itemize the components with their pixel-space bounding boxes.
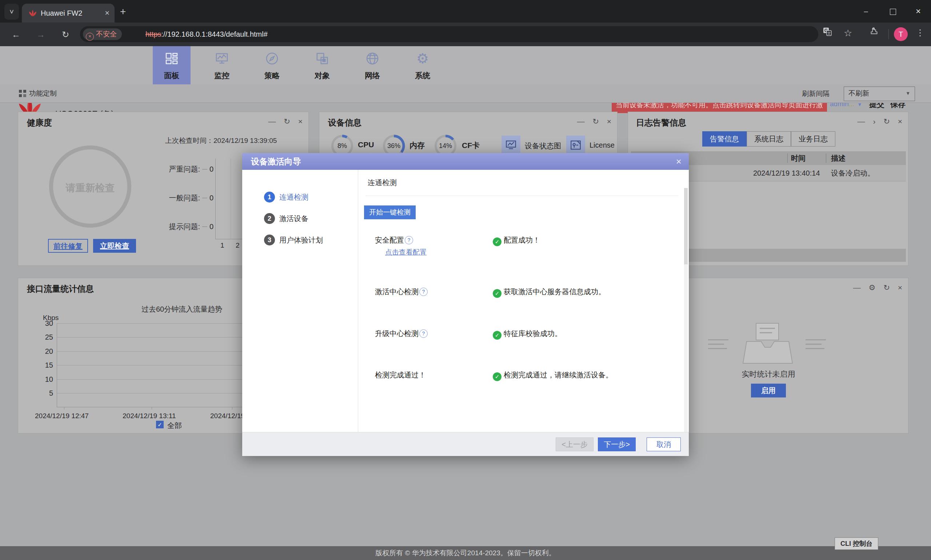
object-icon	[315, 51, 329, 66]
window-maximize-button[interactable]	[882, 0, 904, 23]
back-icon[interactable]: ←	[9, 28, 23, 42]
expand-icon[interactable]: ›	[873, 117, 876, 125]
minimize-icon[interactable]: —	[577, 117, 585, 125]
translate-icon[interactable]: G 文	[823, 27, 832, 36]
refresh-interval-select[interactable]: 不刷新▼	[844, 86, 915, 101]
tab-search-button[interactable]: ˅	[5, 4, 19, 20]
refresh-icon[interactable]: ↻	[592, 117, 599, 125]
start-detection-button[interactable]: 开始一键检测	[364, 205, 415, 219]
problem-row-general: 一般问题:0	[138, 193, 225, 203]
forward-icon[interactable]: →	[34, 28, 48, 42]
go-fix-button[interactable]: 前往修复	[48, 239, 88, 253]
chart-title: 过去60分钟流入流量趋势	[105, 305, 258, 314]
last-check-time: 上次检查时间：2024/12/19 13:39:05	[165, 136, 277, 145]
scrollbar-track[interactable]	[684, 188, 688, 432]
insecure-icon: ×	[86, 33, 94, 41]
tab-alarm-info[interactable]: 告警信息	[702, 131, 746, 146]
copyright-bar: 版权所有 © 华为技术有限公司2014-2023。保留一切权利。	[0, 546, 931, 560]
customize-widgets-button[interactable]: 功能定制	[19, 89, 57, 98]
device-status-icon[interactable]	[502, 135, 520, 155]
check-upgrade-center: 升级中心检测?	[375, 329, 428, 338]
gear-icon[interactable]: ⚙	[869, 283, 876, 292]
panel-title: 日志告警信息	[636, 117, 686, 128]
close-icon[interactable]: ×	[898, 283, 902, 292]
previous-step-button[interactable]: <上一步	[556, 437, 594, 451]
refresh-interval-label: 刷新间隔	[802, 89, 829, 98]
app-header: HUAWEI USG6303E (备) 面板 监控 策略	[0, 46, 931, 85]
window-close-button[interactable]: ×	[907, 0, 929, 23]
svg-text:文: 文	[827, 31, 831, 35]
license-icon[interactable]	[566, 135, 585, 155]
status-activation-center: ✓获取激活中心服务器信息成功。	[493, 287, 606, 298]
view-config-link[interactable]: 点击查看配置	[385, 248, 426, 257]
refresh-icon[interactable]: ↻	[883, 283, 890, 292]
huawei-favicon	[28, 9, 37, 17]
wizard-steps: 1连通检测 2激活设备 3用户体验计划	[242, 170, 358, 432]
tab-close-icon[interactable]: ×	[105, 8, 109, 18]
close-icon[interactable]: ×	[898, 117, 902, 125]
log-time: 2024/12/19 13:40:14	[753, 165, 820, 181]
panel-title: 健康度	[27, 117, 52, 128]
step-connectivity: 1连通检测	[264, 192, 308, 203]
step-user-experience: 3用户体验计划	[264, 235, 323, 246]
status-security-config: ✓配置成功！	[493, 235, 540, 246]
browser-menu-icon[interactable]: ⋮	[916, 28, 925, 38]
dialog-title: 设备激活向导	[251, 153, 301, 170]
check-activation-center: 激活中心检测?	[375, 287, 428, 297]
help-icon[interactable]: ?	[405, 236, 413, 245]
success-check-icon: ✓	[493, 237, 502, 246]
nav-tab-dashboard[interactable]: 面板	[153, 46, 191, 85]
profile-avatar[interactable]: T	[894, 27, 908, 41]
panel-title: 设备信息	[328, 117, 362, 128]
minimize-icon[interactable]: —	[853, 283, 861, 292]
reload-icon[interactable]: ↻	[58, 28, 73, 42]
problem-row-critical: 严重问题:0	[138, 165, 225, 174]
bookmark-star-icon[interactable]: ☆	[844, 28, 852, 39]
cli-console-button[interactable]: CLI 控制台	[835, 537, 878, 550]
scrollbar-thumb[interactable]	[684, 188, 688, 265]
legend-checkbox[interactable]: ✓	[156, 421, 164, 428]
next-step-button[interactable]: 下一步>	[598, 437, 636, 451]
panel-title: 接口流量统计信息	[27, 283, 94, 295]
help-icon[interactable]: ?	[419, 329, 428, 338]
step-activate-device: 2激活设备	[264, 213, 308, 225]
security-label: 不安全	[96, 30, 117, 38]
cancel-button[interactable]: 取消	[646, 437, 681, 451]
tab-business-log[interactable]: 业务日志	[791, 131, 836, 146]
enable-button[interactable]: 启用	[751, 384, 786, 397]
license-link[interactable]: License	[589, 141, 615, 149]
nav-tab-monitor[interactable]: 监控	[203, 46, 241, 85]
check-now-button[interactable]: 立即检查	[93, 239, 136, 253]
toolbar-divider	[888, 29, 889, 39]
status-complete: ✓检测完成通过，请继续激活设备。	[493, 370, 613, 381]
dialog-footer: <上一步 下一步> 取消	[242, 432, 689, 456]
refresh-icon[interactable]: ↻	[284, 117, 290, 125]
gear-icon: ⚙	[416, 51, 429, 66]
close-icon[interactable]: ×	[676, 153, 682, 170]
minimize-icon[interactable]: —	[268, 117, 275, 125]
address-bar[interactable]: ×不安全 https://192.168.0.1:8443/default.ht…	[80, 26, 818, 42]
compass-icon	[265, 51, 279, 66]
wizard-content: 连通检测 开始一键检测 安全配置? 点击查看配置 ✓配置成功！ 激活中心检测? …	[358, 170, 689, 432]
chevron-down-icon: ▼	[906, 87, 910, 100]
help-icon[interactable]: ?	[419, 288, 428, 296]
tab-system-log[interactable]: 系统日志	[746, 131, 791, 146]
close-icon[interactable]: ×	[607, 117, 611, 125]
nav-tab-system[interactable]: ⚙ 系统	[404, 46, 442, 85]
nav-tab-network[interactable]: 网络	[354, 46, 391, 85]
success-check-icon: ✓	[493, 289, 502, 298]
health-score-circle[interactable]: 请重新检查	[49, 145, 131, 228]
close-icon[interactable]: ×	[298, 117, 303, 125]
nav-tab-policy[interactable]: 策略	[253, 46, 291, 85]
security-chip[interactable]: ×不安全	[83, 28, 122, 40]
device-status-link[interactable]: 设备状态图	[525, 141, 561, 151]
success-check-icon: ✓	[493, 331, 502, 340]
refresh-icon[interactable]: ↻	[883, 117, 890, 125]
new-tab-button[interactable]: +	[120, 6, 126, 17]
dialog-header: 设备激活向导 ×	[242, 153, 689, 170]
minimize-icon[interactable]: —	[857, 117, 865, 125]
nav-tab-object[interactable]: 对象	[303, 46, 341, 85]
window-minimize-button[interactable]: –	[855, 0, 877, 23]
extensions-icon[interactable]	[869, 27, 878, 35]
browser-tab[interactable]: Huawei FW2 ×	[22, 4, 115, 23]
